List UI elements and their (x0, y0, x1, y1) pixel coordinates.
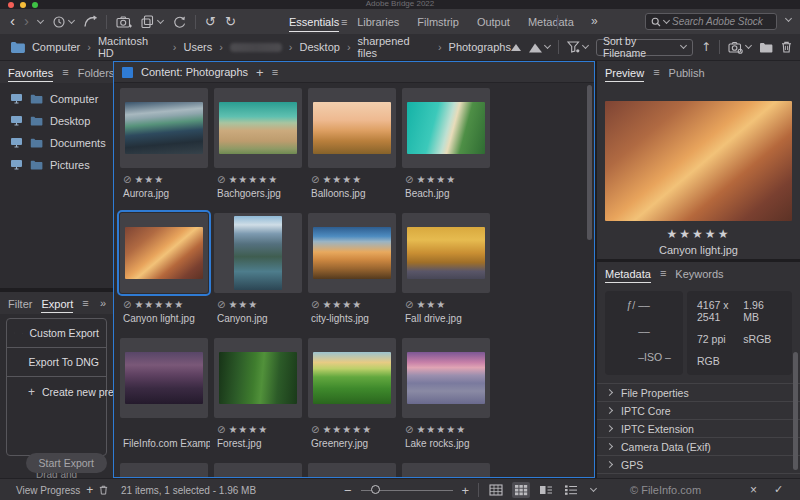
new-folder-icon[interactable] (759, 42, 773, 53)
thumbnail-cell[interactable]: ⊘ ★★★ Canyon.jpg (212, 211, 304, 334)
trash-icon[interactable] (99, 485, 108, 495)
adobe-stock-search[interactable] (645, 13, 777, 30)
export-preset-row[interactable]: + Custom Export (7, 319, 106, 348)
tab-preview[interactable]: Preview (605, 63, 644, 82)
zoom-slider-knob[interactable] (371, 485, 380, 494)
list-view-icon[interactable] (562, 482, 580, 498)
tab-publish[interactable]: Publish (669, 63, 705, 81)
tab-folders[interactable]: Folders (78, 63, 115, 81)
thumbnail-cell[interactable]: ⊘ ★★★★★ Lakeside.jpg (118, 461, 210, 477)
copy-files-icon[interactable] (141, 15, 163, 28)
tab-keywords[interactable]: Keywords (675, 264, 723, 282)
breadcrumb-item[interactable]: Computer (32, 41, 80, 53)
large-thumbnail-icon[interactable] (529, 42, 550, 53)
thumbnail-cell[interactable]: ⊘ ★★★★★ Canyon light.jpg (118, 211, 210, 334)
import-from-device-icon[interactable] (728, 41, 751, 54)
panel-overflow-icon[interactable]: » (100, 297, 105, 309)
search-input[interactable] (672, 16, 771, 27)
back-icon[interactable]: ‹ (10, 13, 15, 28)
thumbnail-cell[interactable]: ⊘ ★★★★★ Lake rocks.jpg (400, 336, 492, 459)
rotate-left-icon[interactable]: ↺ (205, 15, 216, 28)
workspace-tab[interactable]: Output (477, 12, 510, 31)
preview-menu-icon[interactable]: ≡ (653, 66, 659, 78)
sort-ascending-icon[interactable]: ↑ (701, 40, 711, 54)
metadata-scrollbar[interactable] (793, 352, 798, 474)
metadata-section-row[interactable]: File Properties (597, 384, 800, 402)
zoom-out-icon[interactable]: − (344, 484, 352, 497)
sort-dropdown[interactable]: Sort by Filename (596, 39, 693, 56)
get-photos-camera-icon[interactable] (116, 15, 132, 29)
start-export-button[interactable]: Start Export (26, 453, 107, 473)
favorites-item[interactable]: Documents (10, 134, 113, 151)
rating-row[interactable]: ⊘ ★★★★★ (306, 424, 398, 435)
breadcrumb-item[interactable]: Users (166, 41, 212, 53)
favorites-item[interactable]: Computer (10, 90, 113, 107)
breadcrumb-item[interactable]: sharpened files (340, 35, 431, 59)
thumbnail-cell[interactable]: ⊘ ★★★★ Beach.jpg (400, 86, 492, 209)
thumbnail-cell[interactable]: ⊘ ★★★★ Misty morning.jpg (306, 461, 398, 477)
details-view-icon[interactable] (537, 482, 555, 498)
filter-funnel-icon[interactable] (567, 41, 588, 53)
recent-files-clock-icon[interactable] (52, 15, 74, 29)
rating-row[interactable]: ⊘ ★★★ (118, 174, 210, 185)
tab-metadata[interactable]: Metadata (605, 264, 651, 283)
rating-row[interactable]: ⊘ ★★★★ (306, 299, 398, 310)
small-thumbnail-icon[interactable] (511, 42, 521, 52)
rating-row[interactable]: ⊘ ★★★★ (306, 174, 398, 185)
recent-locations-chevron-icon[interactable] (37, 16, 44, 23)
rotate-right-icon[interactable]: ↻ (225, 15, 236, 28)
rating-row[interactable]: ⊘ ★★★ (400, 299, 492, 310)
rating-row[interactable]: ⊘ ★★★★★ (118, 299, 210, 310)
add-tab-icon[interactable]: + (256, 65, 264, 80)
rating-row[interactable]: ⊘ ★★★★★ (212, 174, 304, 185)
rating-row[interactable]: ⊘ ★★★★★ (400, 424, 492, 435)
thumbnail-cell[interactable]: ⊘ ★★★★ Forest.jpg (212, 336, 304, 459)
metadata-section-row[interactable]: GPS (597, 456, 800, 474)
workspace-tab[interactable]: Libraries (357, 12, 399, 31)
thumbnail-cell[interactable]: ⊘ ★★★★ Balloons.jpg (306, 86, 398, 209)
add-icon[interactable]: + (86, 483, 93, 497)
breadcrumb-item[interactable] (212, 41, 282, 53)
favorites-item[interactable]: Pictures (10, 156, 113, 173)
content-menu-icon[interactable]: ≡ (272, 66, 278, 78)
zoom-slider[interactable] (361, 490, 453, 491)
workspace-tab[interactable]: Filmstrip (417, 12, 459, 31)
rating-row[interactable]: ⊘ ★★★ (212, 299, 304, 310)
export-preset-row[interactable]: + Create new preset (7, 377, 106, 406)
export-preset-row[interactable]: + Export To DNG (7, 348, 106, 377)
thumbnail-cell[interactable]: ⊘ ★★★ Fall drive.jpg (400, 211, 492, 334)
metadata-section-row[interactable]: IPTC Core (597, 402, 800, 420)
search-scope-chevron-icon[interactable] (663, 16, 670, 23)
tab-filter[interactable]: Filter (8, 294, 32, 312)
preview-star-rating[interactable]: ★★★★★ (597, 227, 800, 241)
metadata-menu-icon[interactable]: ≡ (660, 267, 666, 279)
breadcrumb-item[interactable]: Photographs (431, 41, 511, 53)
tab-export[interactable]: Export (41, 294, 73, 313)
zoom-in-icon[interactable]: + (462, 484, 470, 497)
approve-check-icon[interactable]: ✓ (774, 483, 783, 496)
metadata-section-row[interactable]: IPTC Extension (597, 420, 800, 438)
thumbnail-cell[interactable]: ⊘ ★★★★★ Bachgoers.jpg (212, 86, 304, 209)
workspace-menu-icon[interactable]: ≡ (341, 16, 347, 28)
workspace-tab[interactable]: Essentials (289, 12, 339, 32)
view-progress-link[interactable]: View Progress (16, 485, 80, 496)
thumbnail-cell[interactable]: ⊘ lanterns.jpg (212, 461, 304, 477)
thumbnail-cell[interactable]: ⊘ ★★★★ city-lights.jpg (306, 211, 398, 334)
favorites-item[interactable]: Desktop (10, 112, 113, 129)
metadata-section-row[interactable]: Camera Data (Exif) (597, 438, 800, 456)
thumbnail-cell[interactable]: ⊘ FileInfo.com Example.jpg (118, 336, 210, 459)
favorites-menu-icon[interactable]: ≡ (62, 66, 68, 78)
workspace-tab[interactable]: Metadata (528, 12, 574, 31)
thumbnail-cell[interactable]: ⊘ ★★★ Aurora.jpg (118, 86, 210, 209)
content-scrollbar[interactable] (586, 85, 593, 475)
forward-icon[interactable]: › (24, 13, 29, 28)
reject-x-icon[interactable]: × (750, 483, 757, 497)
thumbnail-cell[interactable]: ⊘ ★★★★★ Greenery.jpg (306, 336, 398, 459)
toolbar-overflow-chevron-icon[interactable] (785, 15, 792, 22)
breadcrumb-item[interactable]: Desktop (282, 41, 340, 53)
more-workspaces-icon[interactable]: » (591, 14, 597, 28)
export-menu-icon[interactable]: ≡ (82, 297, 88, 309)
refresh-sync-icon[interactable] (172, 15, 186, 29)
rating-row[interactable]: ⊘ ★★★★ (212, 424, 304, 435)
thumbnail-cell-partial[interactable] (400, 461, 492, 477)
